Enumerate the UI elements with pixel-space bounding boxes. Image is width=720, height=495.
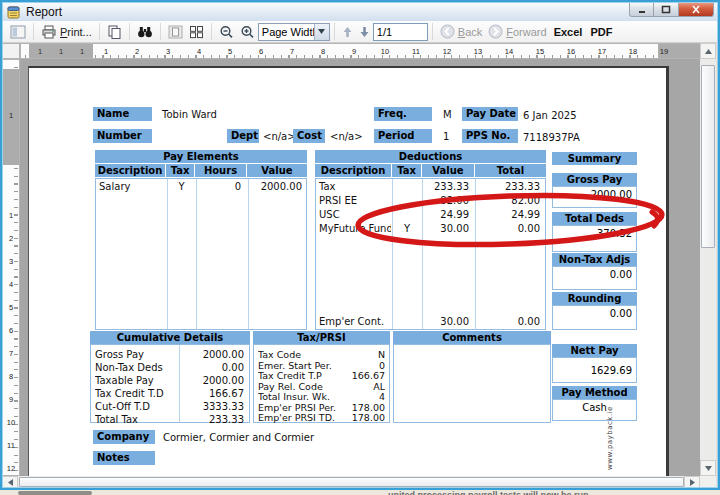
- single-page-icon: [168, 25, 183, 39]
- back-circle-icon: [440, 24, 455, 39]
- summary-item-label: Rounding: [552, 292, 637, 305]
- summary-item-value: 370.32: [552, 225, 637, 252]
- scroll-up-icon[interactable]: [700, 43, 716, 59]
- excel-export-button[interactable]: Excel: [550, 26, 587, 38]
- tax-prsi-label: Emp'er PRSI TD.: [258, 412, 344, 423]
- table-cell: USC: [319, 209, 390, 220]
- toolbar: Print... Page Width Back Forward Excel: [2, 21, 718, 43]
- company-value: Cormier, Cormier and Cormier: [163, 432, 314, 443]
- copy-button[interactable]: [104, 22, 125, 42]
- print-label: Print...: [60, 26, 92, 38]
- cumulative-label: Cut-Off T.D: [95, 401, 177, 412]
- tax-prsi-label: Tax Code: [258, 349, 344, 360]
- close-button[interactable]: [679, 2, 714, 17]
- toolbar-separator: [129, 23, 130, 40]
- forward-label: Forward: [506, 26, 546, 38]
- tax-prsi-label: Emp'er PRSI Per.: [258, 402, 344, 413]
- tax-prsi-value: 178.00: [339, 412, 385, 423]
- panel-toggle-button[interactable]: [7, 22, 29, 42]
- field-label: Number: [93, 129, 152, 143]
- tax-prsi-value: N: [339, 349, 385, 360]
- scroll-right-icon[interactable]: [684, 476, 700, 488]
- forward-circle-icon: [488, 24, 503, 39]
- chevron-down-icon: [314, 24, 329, 40]
- field-value: <n/a>: [263, 131, 296, 142]
- cumulative-label: Tax Credit T.D: [95, 388, 177, 399]
- zoom-mode-value: Page Width: [259, 26, 314, 38]
- pdf-export-button[interactable]: PDF: [586, 26, 616, 38]
- summary-item-label: Gross Pay: [552, 173, 637, 186]
- ruler-corner: [2, 43, 20, 59]
- watermark-text: www.payback.ie: [606, 393, 616, 476]
- page-number-input[interactable]: [373, 23, 428, 41]
- field-label: PPS No.: [462, 129, 518, 143]
- scroll-left-icon[interactable]: [2, 476, 18, 488]
- forward-button[interactable]: Forward: [485, 22, 549, 42]
- cumulative-value: 0.00: [180, 362, 244, 373]
- summary-item-label: Nett Pay: [552, 344, 637, 357]
- zoom-in-icon: [240, 25, 255, 39]
- zoom-out-button[interactable]: [216, 22, 237, 42]
- zoom-mode-select[interactable]: Page Width: [258, 23, 330, 41]
- cumulative-value: 2000.00: [180, 349, 244, 360]
- window-controls: [629, 2, 714, 17]
- column-header: Description: [95, 164, 165, 177]
- table-cell: 2000.00: [249, 181, 302, 192]
- field-value: 6 Jan 2025: [523, 110, 577, 121]
- table-cell: 82.00: [476, 195, 540, 206]
- table-cell: 233.33: [476, 181, 540, 192]
- employer-contribution-label: Emp'er Cont.: [319, 316, 390, 327]
- next-page-button[interactable]: [356, 22, 373, 42]
- scrollbar-corner: [700, 476, 716, 488]
- tax-prsi-label: Emer. Start Per.: [258, 360, 344, 371]
- toolbar-separator: [99, 23, 100, 40]
- zoom-in-button[interactable]: [237, 22, 258, 42]
- employer-contribution-total: 0.00: [476, 316, 540, 327]
- cumulative-label: Total Tax: [95, 414, 177, 425]
- toolbar-separator: [211, 23, 212, 40]
- field-label: Freq.: [374, 107, 432, 121]
- table-cell: Tax: [319, 181, 390, 192]
- table-cell: 82.00: [423, 195, 469, 206]
- minimize-button[interactable]: [629, 2, 654, 17]
- vertical-scrollbar[interactable]: [700, 43, 716, 476]
- multi-page-view-button[interactable]: [186, 22, 207, 42]
- prev-page-button[interactable]: [339, 22, 356, 42]
- single-page-view-button[interactable]: [165, 22, 186, 42]
- pay-elements-table: Salary Y 0 2000.00: [95, 178, 307, 330]
- background-strip: united processing payroll tests will now…: [0, 490, 720, 495]
- summary-item-value: 2000.00: [552, 186, 637, 208]
- table-cell: Y: [393, 223, 421, 234]
- back-button[interactable]: Back: [437, 22, 485, 42]
- field-value: 7118937PA: [523, 132, 580, 143]
- maximize-button[interactable]: [654, 2, 679, 17]
- tax-prsi-value: 166.67: [339, 370, 385, 381]
- comments-box: [393, 344, 551, 423]
- copy-icon: [107, 25, 122, 39]
- print-button[interactable]: Print...: [38, 22, 95, 42]
- pay-elements-title: Pay Elements: [95, 150, 307, 163]
- table-cell-myfuture-fund: MyFuture Fund: [319, 223, 391, 234]
- table-cell: 24.99: [476, 209, 540, 220]
- comments-title: Comments: [393, 331, 551, 344]
- deductions-title: Deductions: [315, 150, 546, 163]
- table-cell: 0: [197, 181, 241, 192]
- field-label: Dept: [227, 129, 259, 143]
- report-canvas: Name Tobin Ward Freq. M Pay Date 6 Jan 2…: [20, 59, 700, 476]
- vertical-scroll-thumb[interactable]: [701, 65, 715, 248]
- report-doc-icon: [7, 5, 21, 19]
- tax-prsi-value: 0: [339, 360, 385, 371]
- printer-icon: [41, 25, 57, 39]
- table-cell: 30.00: [423, 223, 469, 234]
- v-ruler-margin-number: 1: [3, 111, 19, 121]
- h-ruler: 111 12345678910111213141516171819: [20, 43, 700, 59]
- horizontal-scrollbar[interactable]: [2, 476, 700, 488]
- tax-prsi-value: 178.00: [339, 402, 385, 413]
- horizontal-scroll-thumb[interactable]: [19, 477, 684, 487]
- column-header: Value: [247, 164, 307, 177]
- field-value: 1: [443, 131, 449, 142]
- scroll-down-icon[interactable]: [700, 460, 716, 476]
- title-bar: Report: [2, 2, 718, 21]
- find-button[interactable]: [134, 22, 156, 42]
- employer-contribution-value: 30.00: [423, 316, 469, 327]
